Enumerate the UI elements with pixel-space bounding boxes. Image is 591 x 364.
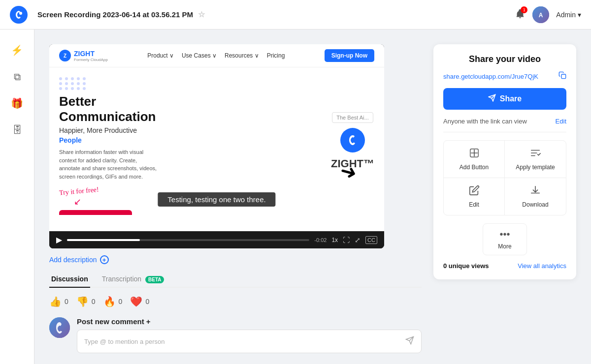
more-action-row: ••• More: [443, 223, 566, 255]
edit-label: Edit: [469, 201, 479, 208]
best-ai-badge: The Best Ai...: [332, 112, 373, 123]
copy-link-icon[interactable]: [558, 71, 566, 81]
share-title: Share your video: [443, 54, 566, 64]
zight-logo-mark: Z: [59, 50, 71, 61]
header-actions: 1 A Admin ▾: [515, 6, 581, 23]
svg-rect-7: [561, 74, 566, 79]
comment-box: Post new comment + Type @ to mention a p…: [77, 317, 422, 353]
svg-point-3: [345, 133, 360, 148]
favorite-star[interactable]: ☆: [198, 10, 205, 19]
sidebar: ⚡ ⧉ 🎁 🗄: [0, 30, 34, 364]
more-icon: •••: [499, 229, 510, 240]
download-icon: [530, 185, 541, 198]
video-subhead: Happier, More Productive: [59, 126, 321, 134]
time-label: -0:02: [314, 237, 327, 243]
reactions-bar: 👍 0 👎 0 🔥 0 ❤️ 0: [49, 296, 422, 307]
notification-badge: 1: [521, 6, 527, 13]
video-player: Z ZIGHT Formerly CloudApp Product ∨ Use …: [49, 44, 384, 248]
comment-label: Post new comment +: [77, 317, 422, 326]
reaction-heart[interactable]: ❤️ 0: [130, 296, 149, 307]
user-avatar[interactable]: A: [532, 6, 549, 23]
zight-logo-big: [340, 128, 365, 152]
speed-button[interactable]: 1x: [331, 237, 338, 243]
reaction-thumbsdown[interactable]: 👎 0: [76, 296, 96, 307]
send-icon[interactable]: [405, 336, 414, 347]
unique-views-count: 0 unique views: [443, 262, 489, 270]
try-it-text: Try it for free!: [59, 186, 99, 197]
more-action[interactable]: ••• More: [483, 223, 526, 255]
tab-bar: Discussion Transcription BETA: [49, 271, 422, 288]
apply-template-label: Apply template: [516, 164, 555, 171]
sidebar-item-lightning[interactable]: ⚡: [6, 39, 28, 61]
beta-badge: BETA: [145, 276, 164, 283]
dots-decoration: [59, 77, 321, 90]
add-button-action[interactable]: Add Button: [444, 141, 505, 178]
share-link-text: share.getcloudapp.com/Jrue7QjK: [443, 73, 555, 80]
tab-transcription[interactable]: Transcription BETA: [100, 271, 166, 288]
share-link-row: share.getcloudapp.com/Jrue7QjK: [443, 71, 566, 81]
tab-discussion[interactable]: Discussion: [49, 271, 90, 288]
signup-button: Sign-up Now: [325, 49, 374, 62]
progress-fill: [67, 239, 140, 241]
view-all-analytics-button[interactable]: View all analytics: [518, 262, 566, 270]
video-right-panel: The Best Ai... ZIGHT™ ➜: [331, 77, 374, 205]
svg-text:A: A: [539, 12, 543, 19]
video-screen: Z ZIGHT Formerly CloudApp Product ∨ Use …: [49, 44, 384, 231]
edit-icon: [469, 185, 480, 198]
sidebar-item-archive[interactable]: 🗄: [6, 119, 28, 141]
share-button[interactable]: Share: [443, 88, 566, 110]
video-description: Share information faster with visual con…: [59, 148, 158, 181]
main-content: Z ZIGHT Formerly CloudApp Product ∨ Use …: [34, 30, 591, 364]
more-label: More: [498, 243, 511, 250]
comment-placeholder: Type @ to mention a person: [84, 338, 165, 345]
action-grid: Add Button Apply template Edit: [443, 140, 566, 215]
content-left: Z ZIGHT Formerly CloudApp Product ∨ Use …: [49, 44, 422, 349]
reaction-fire[interactable]: 🔥 0: [103, 296, 123, 307]
add-description-button[interactable]: Add description +: [49, 255, 422, 264]
download-action[interactable]: Download: [505, 178, 566, 215]
right-panel: Share your video share.getcloudapp.com/J…: [433, 44, 576, 349]
video-controls: ▶ -0:02 1x ⛶ ⤢ CC: [49, 231, 384, 248]
zight-logo: Z ZIGHT Formerly CloudApp: [59, 50, 108, 62]
cc-icon[interactable]: CC: [365, 236, 377, 244]
website-nav: Product ∨ Use Cases ∨ Resources ∨ Pricin…: [147, 52, 285, 59]
video-headline: Better Communication: [59, 94, 321, 124]
video-content-bg: Z ZIGHT Formerly CloudApp Product ∨ Use …: [49, 44, 384, 231]
expand-icon[interactable]: ⤢: [355, 236, 361, 244]
comment-user-avatar: [49, 317, 70, 338]
apply-template-action[interactable]: Apply template: [505, 141, 566, 178]
apply-template-icon: [530, 148, 541, 161]
add-icon: +: [100, 255, 109, 264]
add-button-label: Add Button: [460, 164, 489, 171]
reaction-thumbsup[interactable]: 👍 0: [49, 296, 68, 307]
app-logo[interactable]: [10, 6, 28, 24]
permissions-row: Anyone with the link can view Edit: [443, 118, 566, 132]
sidebar-item-layers[interactable]: ⧉: [6, 66, 28, 88]
download-label: Download: [522, 201, 548, 208]
document-title: Screen Recording 2023-06-14 at 03.56.21 …: [37, 10, 515, 19]
svg-point-4: [49, 317, 70, 338]
edit-permissions-button[interactable]: Edit: [556, 118, 566, 125]
sidebar-item-gift[interactable]: 🎁: [6, 92, 28, 114]
progress-bar[interactable]: [67, 239, 309, 241]
video-people: People: [59, 136, 321, 144]
share-icon: [488, 94, 496, 104]
video-subtitle: Testing, testing one two three.: [158, 192, 275, 207]
video-left-text: Better Communication Happier, More Produ…: [59, 77, 321, 205]
comment-section: Post new comment + Type @ to mention a p…: [49, 317, 422, 353]
video-website-header: Z ZIGHT Formerly CloudApp Product ∨ Use …: [49, 44, 384, 67]
notifications-button[interactable]: 1: [515, 8, 525, 21]
comment-input-area[interactable]: Type @ to mention a person: [77, 330, 422, 353]
download-now-button: Download Now: [59, 210, 132, 215]
play-button[interactable]: ▶: [56, 235, 62, 244]
admin-menu[interactable]: Admin ▾: [556, 11, 581, 19]
fullscreen-icon[interactable]: ⛶: [343, 236, 350, 244]
svg-point-0: [19, 12, 22, 15]
share-card: Share your video share.getcloudapp.com/J…: [433, 44, 576, 279]
analytics-row: 0 unique views View all analytics: [443, 262, 566, 270]
header: Screen Recording 2023-06-14 at 03.56.21 …: [0, 0, 591, 30]
edit-action[interactable]: Edit: [444, 178, 505, 215]
add-button-icon: [469, 148, 480, 161]
